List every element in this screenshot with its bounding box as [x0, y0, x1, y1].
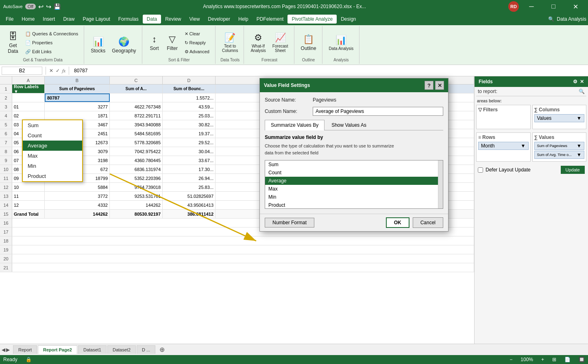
ribbon-btn-sort[interactable]: ↕ Sort: [146, 28, 163, 57]
cell-9d[interactable]: 33.67...: [163, 156, 216, 165]
cell-11d[interactable]: 26.94...: [163, 174, 216, 182]
cell-9c[interactable]: 4360.780445: [110, 156, 163, 165]
dropdown-item-max[interactable]: Max: [23, 151, 82, 161]
cell-14c[interactable]: 144262: [110, 201, 163, 209]
cell-5c[interactable]: 3943.940088: [110, 120, 163, 129]
cell-3d[interactable]: 43.59...: [163, 102, 216, 111]
cell-2b[interactable]: 80787: [45, 93, 110, 102]
queries-connections-btn[interactable]: 📋 Queries & Connections: [23, 30, 81, 38]
month-chip-dropdown[interactable]: ▼: [521, 143, 526, 149]
edit-links-btn[interactable]: 🔗 Edit Links: [23, 48, 81, 56]
pivot-close-icon[interactable]: ✕: [580, 79, 584, 84]
properties-btn[interactable]: 📄 Properties: [23, 39, 81, 47]
cell-8c[interactable]: 7042.975422: [110, 147, 163, 156]
ribbon-btn-stocks[interactable]: 📊 Stocks: [88, 31, 108, 59]
sheet-tab-prev[interactable]: ◀: [2, 347, 5, 353]
cell-12a[interactable]: 10: [12, 183, 45, 191]
cell-14d[interactable]: 43.95061413: [163, 201, 216, 209]
cell-13b[interactable]: 3772: [45, 192, 110, 200]
cell-15a[interactable]: Grand Total: [12, 210, 45, 218]
listbox-item-count[interactable]: Count: [265, 169, 443, 177]
cell-2d[interactable]: 1.5572...: [163, 93, 216, 102]
update-button[interactable]: Update: [561, 166, 585, 174]
undo-icon[interactable]: ↩: [38, 3, 44, 11]
listbox-item-average[interactable]: Average: [265, 177, 443, 185]
menu-pdfelement[interactable]: PDFelement: [253, 15, 288, 24]
cell-15d[interactable]: 386.6811412: [163, 210, 216, 218]
cell-19[interactable]: [12, 245, 474, 254]
sum-pageviews-dropdown[interactable]: ▼: [577, 143, 581, 149]
advanced-btn[interactable]: ⚙ Advanced: [182, 48, 212, 56]
dropdown-item-count[interactable]: Count: [23, 130, 82, 141]
defer-update-checkbox[interactable]: [478, 167, 483, 173]
cell-7c[interactable]: 5778.320685: [110, 138, 163, 147]
dialog-help-button[interactable]: ?: [425, 81, 433, 90]
pivot-filters-area[interactable]: ▽ Filters: [476, 105, 531, 129]
cell-15b[interactable]: 144262: [45, 210, 110, 218]
sheet-tab-dataset2[interactable]: Dataset2: [107, 345, 136, 354]
ribbon-btn-geography[interactable]: 🌍 Geography: [109, 31, 138, 59]
cancel-button[interactable]: Cancel: [413, 217, 443, 228]
cell-4b[interactable]: 1871: [45, 111, 110, 120]
cell-6d[interactable]: 19.37...: [163, 129, 216, 138]
pivot-avg-time-chip[interactable]: Sum of Avg. Time o... ▼: [534, 151, 585, 159]
pivot-rows-area[interactable]: ≡ Rows Month ▼: [476, 132, 531, 162]
cell-3c[interactable]: 4622.767348: [110, 102, 163, 111]
menu-pivot-analyze[interactable]: PivotTable Analyze: [287, 15, 337, 24]
status-view-page[interactable]: 📄: [564, 357, 571, 362]
dialog-tab-show-values[interactable]: Show Values As: [325, 120, 372, 130]
ribbon-btn-filter[interactable]: ▽ Filter: [164, 28, 181, 57]
value-field-settings-dialog[interactable]: Value Field Settings ? ✕ Source Name: Pa…: [259, 78, 449, 232]
cell-20[interactable]: [12, 254, 474, 263]
pivot-columns-area[interactable]: ∑ Columns Values ▼: [532, 105, 587, 129]
maximize-button[interactable]: □: [544, 0, 563, 13]
sheet-tab-more[interactable]: D ...: [137, 345, 155, 354]
minimize-button[interactable]: ─: [522, 0, 541, 13]
cell-12d[interactable]: 25.83...: [163, 183, 216, 191]
menu-home[interactable]: Home: [17, 15, 39, 24]
listbox-item-min[interactable]: Min: [265, 193, 443, 201]
listbox-scrollbar[interactable]: [438, 160, 443, 208]
chip-dropdown-icon[interactable]: ▼: [577, 115, 581, 121]
dropdown-item-sum[interactable]: Sum: [23, 120, 82, 130]
header-cell-b[interactable]: Sum of Pageviews: [45, 84, 110, 93]
menu-formulas[interactable]: Formulas: [114, 15, 143, 24]
cell-7d[interactable]: 29.52...: [163, 138, 216, 147]
cell-14b[interactable]: 4332: [45, 201, 110, 209]
menu-file[interactable]: File: [2, 15, 17, 24]
menu-design[interactable]: Design: [337, 15, 360, 24]
user-avatar[interactable]: RD: [508, 1, 519, 12]
save-icon[interactable]: 💾: [54, 3, 61, 10]
pivot-values-area[interactable]: ∑ Values Sum of Pageviews ▼ Sum of Avg. …: [532, 132, 587, 162]
close-button[interactable]: ✕: [566, 0, 585, 13]
ribbon-btn-forecast[interactable]: 📈 ForecastSheet: [270, 28, 291, 57]
cell-13c[interactable]: 9253.531761: [110, 192, 163, 200]
reapply-btn[interactable]: ↻ Reapply: [182, 39, 212, 47]
menu-review[interactable]: Review: [161, 15, 185, 24]
status-view-break[interactable]: 🔲: [579, 357, 585, 362]
cell-3a[interactable]: 01: [12, 102, 45, 111]
custom-name-input[interactable]: [313, 107, 443, 116]
listbox-item-product[interactable]: Product: [265, 201, 443, 209]
ribbon-btn-data-analysis[interactable]: 📊 Data Analysis: [327, 28, 356, 57]
cell-5d[interactable]: 30.82...: [163, 120, 216, 129]
status-zoom-in[interactable]: +: [541, 357, 544, 362]
search-label[interactable]: Data Analysis: [557, 16, 586, 22]
menu-insert[interactable]: Insert: [39, 15, 59, 24]
ribbon-btn-what-if[interactable]: ⚙ What-IfAnalysis: [248, 28, 268, 57]
sheet-tab-dataset1[interactable]: Dataset1: [78, 345, 107, 354]
cancel-formula-icon[interactable]: ✕: [49, 68, 53, 74]
menu-page-layout[interactable]: Page Layout: [78, 15, 114, 24]
cell-14a[interactable]: 12: [12, 201, 45, 209]
pivot-search-icon[interactable]: 🔍: [579, 89, 585, 94]
status-zoom-out[interactable]: −: [510, 357, 512, 362]
dropdown-item-min[interactable]: Min: [23, 161, 82, 171]
clear-btn[interactable]: ✕ Clear: [182, 30, 212, 38]
cell-3b[interactable]: 3277: [45, 102, 110, 111]
header-cell-c[interactable]: Sum of A...: [110, 84, 163, 93]
cell-21[interactable]: [12, 263, 474, 272]
ribbon-btn-get-data[interactable]: 🗄 GetData: [5, 28, 21, 57]
cell-4c[interactable]: 8722.291711: [110, 111, 163, 120]
cell-4a[interactable]: 02: [12, 111, 45, 120]
formula-input[interactable]: [72, 67, 586, 74]
